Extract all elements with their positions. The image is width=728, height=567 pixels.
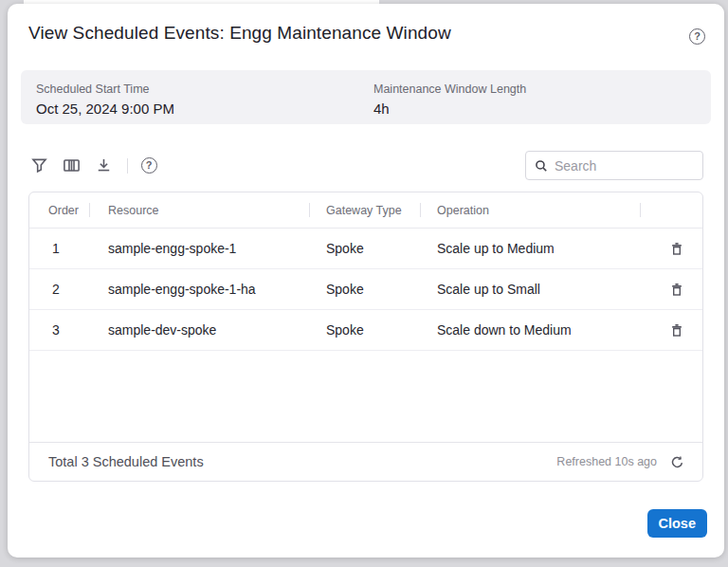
cell-gateway-type: Spoke (309, 269, 420, 309)
cell-gateway-type: Spoke (309, 229, 420, 268)
table-row: 3 sample-dev-spoke Spoke Scale down to M… (29, 310, 702, 351)
summary-field-window-length: Maintenance Window Length 4h (373, 82, 711, 110)
trash-icon (669, 282, 684, 298)
scheduled-events-dialog: View Scheduled Events: Engg Maintenance … (8, 4, 724, 558)
table-body: 1 sample-engg-spoke-1 Spoke Scale up to … (29, 229, 702, 351)
trash-icon (669, 241, 684, 257)
scheduled-events-table: Order Resource Gateway Type Operation 1 … (28, 192, 703, 482)
summary-value: Oct 25, 2024 9:00 PM (36, 101, 373, 117)
summary-field-start-time: Scheduled Start Time Oct 25, 2024 9:00 P… (36, 82, 373, 110)
dialog-header: View Scheduled Events: Engg Maintenance … (8, 4, 724, 45)
refresh-icon (670, 455, 684, 469)
cell-order: 3 (29, 310, 89, 350)
columns-button[interactable] (61, 155, 82, 176)
search-box (525, 151, 703, 180)
refresh-button[interactable] (668, 453, 685, 470)
dialog-footer: Close (8, 482, 724, 538)
total-events-text: Total 3 Scheduled Events (48, 454, 204, 469)
column-header-actions (640, 192, 703, 228)
summary-label: Scheduled Start Time (36, 82, 373, 96)
search-icon (535, 159, 548, 173)
table-footer: Total 3 Scheduled Events Refreshed 10s a… (29, 442, 702, 481)
delete-row-button[interactable] (666, 320, 687, 340)
filter-button[interactable] (28, 155, 49, 176)
cell-gateway-type: Spoke (309, 310, 420, 350)
cell-order: 1 (29, 229, 89, 268)
cell-operation: Scale up to Medium (420, 229, 640, 268)
search-input[interactable] (555, 158, 695, 174)
maintenance-summary-panel: Scheduled Start Time Oct 25, 2024 9:00 P… (21, 70, 711, 124)
table-toolbar: ? (28, 151, 703, 180)
delete-row-button[interactable] (666, 279, 687, 300)
table-row: 1 sample-engg-spoke-1 Spoke Scale up to … (29, 229, 702, 269)
help-icon[interactable]: ? (689, 28, 705, 45)
download-icon (96, 157, 112, 174)
cell-operation: Scale down to Medium (420, 310, 640, 350)
download-button[interactable] (93, 155, 114, 176)
column-header-gateway-type: Gateway Type (309, 192, 420, 228)
table-help-button[interactable]: ? (138, 155, 159, 176)
summary-value: 4h (373, 101, 711, 117)
filter-icon (31, 157, 47, 174)
table-empty-space (29, 351, 702, 442)
table-header-row: Order Resource Gateway Type Operation (29, 192, 702, 229)
help-icon: ? (141, 157, 157, 174)
close-button[interactable]: Close (647, 509, 708, 538)
column-header-order: Order (29, 192, 89, 228)
columns-icon (63, 157, 81, 174)
summary-label: Maintenance Window Length (373, 82, 711, 96)
delete-row-button[interactable] (666, 238, 687, 259)
cell-operation: Scale up to Small (420, 269, 640, 309)
trash-icon (669, 322, 684, 338)
cell-order: 2 (29, 269, 89, 309)
toolbar-divider (127, 158, 128, 174)
dialog-title: View Scheduled Events: Engg Maintenance … (28, 23, 451, 44)
column-header-operation: Operation (420, 192, 640, 228)
refreshed-ago-text: Refreshed 10s ago (556, 455, 657, 468)
cell-resource: sample-engg-spoke-1-ha (89, 269, 309, 309)
cell-resource: sample-engg-spoke-1 (89, 229, 309, 268)
cell-resource: sample-dev-spoke (89, 310, 309, 350)
column-header-resource: Resource (89, 192, 309, 228)
table-row: 2 sample-engg-spoke-1-ha Spoke Scale up … (29, 269, 702, 310)
